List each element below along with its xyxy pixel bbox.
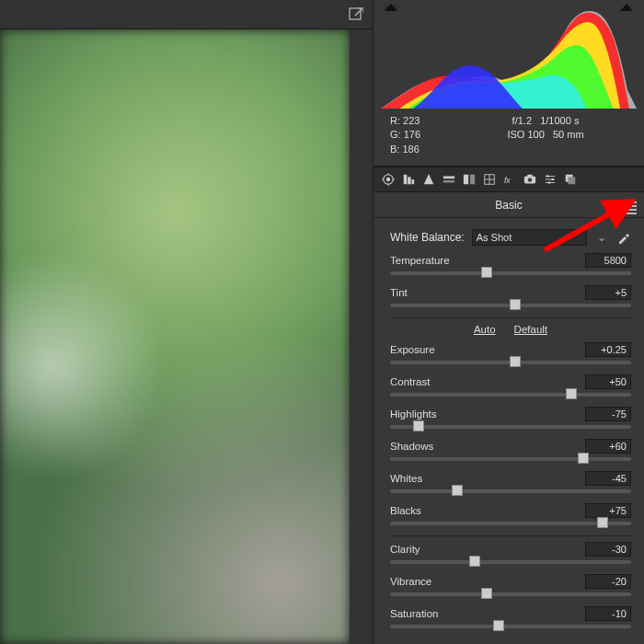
tab-calibration-icon[interactable] [521,171,539,188]
saturation-track [390,625,631,628]
tab-basic-icon[interactable] [379,171,397,188]
svg-text:fx: fx [504,176,511,185]
highlights-thumb[interactable] [413,420,424,431]
auto-link[interactable]: Auto [474,324,496,335]
rgb-b: B: 186 [390,143,464,156]
clarity-thumb[interactable] [469,556,480,567]
exposure-value[interactable]: +0.25 [585,342,631,357]
svg-rect-12 [464,175,468,185]
image-canvas[interactable] [0,29,350,644]
blacks-slider[interactable] [390,521,631,526]
contrast-value[interactable]: +50 [585,374,631,389]
svg-rect-7 [404,175,408,185]
tab-detail-icon[interactable] [420,171,438,188]
highlights-row: Highlights-75 [390,407,631,421]
shadows-slider[interactable] [390,456,631,462]
clarity-label: Clarity [390,544,585,555]
panel-header: Basic [374,192,644,218]
saturation-slider[interactable] [390,624,631,629]
rgb-readout: R: 223 G: 176 B: 186 [390,114,464,156]
blacks-thumb[interactable] [597,517,608,528]
contrast-thumb[interactable] [566,388,577,399]
shadows-track [390,457,631,461]
exif-focal: 50 mm [553,129,584,140]
svg-rect-8 [408,178,411,185]
vibrance-thumb[interactable] [481,588,492,599]
tab-fx-icon[interactable]: fx [500,171,519,188]
vibrance-row: Vibrance-20 [390,574,631,589]
tint-value[interactable]: +5 [585,285,631,300]
temperature-thumb[interactable] [481,267,492,278]
export-icon[interactable] [349,7,363,22]
tab-lens-icon[interactable] [480,171,499,188]
tab-snapshots-icon[interactable] [561,171,580,188]
svg-point-25 [551,178,554,181]
app-root: R: 223 G: 176 B: 186 f/1.2 1/1000 s ISO … [0,0,644,644]
highlights-track [390,425,631,429]
chevron-down-icon[interactable]: ⌄ [594,231,609,244]
svg-rect-28 [568,178,575,185]
separator [390,317,631,318]
clarity-row: Clarity-30 [390,542,631,557]
contrast-row: Contrast+50 [390,374,631,389]
eyedropper-icon[interactable] [616,230,631,245]
tab-split-icon[interactable] [460,171,478,188]
exposure-label: Exposure [390,344,585,355]
panel-iconbar: fx [374,167,644,192]
whites-label: Whites [390,473,585,484]
exposure-row: Exposure+0.25 [390,342,631,357]
svg-rect-9 [412,179,415,184]
whites-slider[interactable] [390,489,631,494]
tab-hsl-icon[interactable] [440,171,458,188]
exif-iso: ISO 100 [507,129,544,140]
wb-label: White Balance: [390,231,465,244]
exif-readout: f/1.2 1/1000 s ISO 100 50 mm [464,114,627,156]
saturation-thumb[interactable] [493,620,504,631]
clarity-value[interactable]: -30 [585,542,631,557]
rgb-r: R: 223 [390,114,464,128]
develop-panel: R: 223 G: 176 B: 186 f/1.2 1/1000 s ISO … [373,0,644,644]
whites-value[interactable]: -45 [585,471,631,486]
svg-rect-11 [443,180,454,183]
contrast-track [390,393,631,397]
exif-shutter: 1/1000 s [540,115,579,126]
tab-presets-icon[interactable] [541,171,559,188]
exposure-slider[interactable] [390,360,631,365]
highlights-value[interactable]: -75 [585,407,631,421]
shadows-thumb[interactable] [578,453,589,464]
tint-thumb[interactable] [510,299,521,310]
temperature-row: Temperature5800 [390,253,631,268]
highlights-label: Highlights [390,408,585,420]
saturation-value[interactable]: -10 [585,606,631,621]
vibrance-track [390,592,631,596]
vibrance-value[interactable]: -20 [585,574,631,589]
histogram-svg [381,7,637,109]
panel-menu-icon[interactable] [624,200,637,216]
panel-title: Basic [495,199,522,212]
blacks-label: Blacks [390,505,585,516]
vibrance-slider[interactable] [390,592,631,597]
temperature-slider[interactable] [390,270,631,276]
shadows-value[interactable]: +60 [585,439,631,454]
wb-select[interactable]: As Shot [472,229,587,246]
temperature-value[interactable]: 5800 [585,253,631,268]
default-link[interactable]: Default [514,324,547,335]
tab-curve-icon[interactable] [399,171,418,188]
separator [390,535,631,536]
tint-slider[interactable] [390,303,631,308]
contrast-slider[interactable] [390,392,631,397]
svg-point-2 [386,178,390,181]
exposure-thumb[interactable] [510,356,521,367]
clarity-slider[interactable] [390,559,631,565]
exif-aperture: f/1.2 [512,115,532,126]
image-viewer [0,0,373,644]
whites-track [390,489,631,493]
svg-rect-20 [527,175,532,178]
rgb-g: G: 176 [390,128,464,142]
whites-thumb[interactable] [452,485,463,496]
histogram[interactable] [381,0,637,109]
highlights-slider[interactable] [390,424,631,430]
blacks-value[interactable]: +75 [585,503,631,518]
svg-point-24 [546,175,549,178]
svg-rect-0 [350,8,361,19]
